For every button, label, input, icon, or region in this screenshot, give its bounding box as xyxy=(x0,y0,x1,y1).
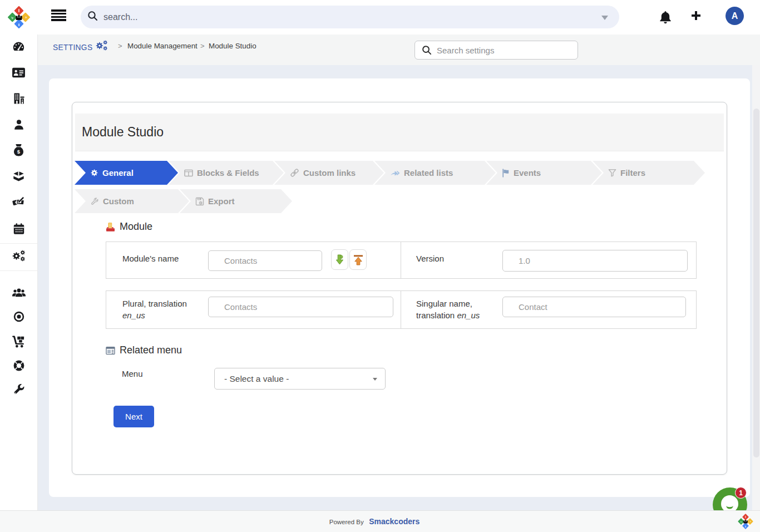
buildings-icon xyxy=(12,92,26,105)
quick-create-plus-icon[interactable] xyxy=(691,11,701,21)
user-avatar[interactable]: A xyxy=(726,7,744,25)
plural-singular-row: Plural, translation en_us Singular name,… xyxy=(106,290,697,329)
user-icon xyxy=(12,118,26,131)
bricks-icon xyxy=(106,222,115,232)
select-caret-icon xyxy=(373,378,377,381)
app-logo[interactable] xyxy=(7,5,31,29)
section-title: Module xyxy=(120,221,152,233)
search-icon xyxy=(422,45,432,55)
card-header: Module Studio xyxy=(75,114,724,151)
tab-custom[interactable]: Custom xyxy=(75,189,189,213)
breadcrumb-separator: > xyxy=(200,42,205,50)
singular-lang: en_us xyxy=(457,311,480,320)
breadcrumb-module-management[interactable]: Module Management xyxy=(127,42,198,50)
search-icon xyxy=(87,11,98,23)
tab-label: Blocks & Fields xyxy=(197,168,259,178)
singular-input[interactable] xyxy=(502,297,686,317)
tab-custom-links[interactable]: Custom links xyxy=(274,161,384,185)
section-title: Related menu xyxy=(120,344,182,356)
tab-label: General xyxy=(102,168,134,178)
import-module-button[interactable] xyxy=(331,249,348,270)
sidebar-item-tools[interactable] xyxy=(0,383,37,396)
settings-gears-icon[interactable] xyxy=(95,40,108,54)
sidebar-item-contacts[interactable] xyxy=(0,66,37,79)
columns-icon xyxy=(184,169,193,177)
singular-label: Singular name, translation en_us xyxy=(416,298,502,321)
open-box-icon xyxy=(12,170,26,183)
tab-related-lists[interactable]: Related lists xyxy=(374,161,496,185)
global-search-input[interactable] xyxy=(103,12,576,22)
powered-by-text: Powered By xyxy=(329,519,364,525)
cell-divider xyxy=(401,242,401,278)
sidebar-item-settings[interactable] xyxy=(0,249,37,263)
link-icon xyxy=(290,168,299,178)
sidebar-item-calendar[interactable] xyxy=(0,222,37,236)
next-button[interactable]: Next xyxy=(113,406,154,427)
tab-general[interactable]: General xyxy=(75,161,178,185)
smackcoders-link[interactable]: Smackcoders xyxy=(369,517,420,526)
module-name-version-row: Module's name Version xyxy=(106,242,697,279)
menu-label: Menu xyxy=(122,369,143,378)
hamburger-menu-icon[interactable] xyxy=(51,9,66,21)
breadcrumb-settings[interactable]: SETTINGS xyxy=(53,42,92,52)
sidebar-item-opportunities[interactable]: $ xyxy=(0,143,37,157)
module-studio-card xyxy=(72,102,727,475)
sidebar-item-inventory[interactable] xyxy=(0,334,37,348)
sidebar-item-dashboard[interactable] xyxy=(0,40,37,54)
address-card-icon xyxy=(12,66,26,79)
sidebar-item-invoices[interactable] xyxy=(0,195,37,209)
svg-text:$: $ xyxy=(17,149,21,155)
sidebar-item-leads[interactable] xyxy=(0,118,37,131)
menu-select-value: - Select a value - xyxy=(224,374,289,384)
sidebar-item-products[interactable] xyxy=(0,170,37,183)
tab-label: Events xyxy=(514,168,541,178)
module-section-header: Module xyxy=(106,221,152,233)
life-ring-icon xyxy=(12,359,26,372)
plural-lang: en_us xyxy=(122,311,145,320)
wrench-icon xyxy=(12,383,26,396)
sidebar-item-targets[interactable] xyxy=(0,310,37,323)
users-group-icon xyxy=(12,286,26,299)
share-arrows-icon xyxy=(390,169,400,177)
module-name-input[interactable] xyxy=(208,250,322,271)
chat-unread-badge: 1 xyxy=(735,487,747,499)
sidebar-item-organizations[interactable] xyxy=(0,92,37,105)
money-bag-icon: $ xyxy=(12,143,25,157)
tab-blocks-fields[interactable]: Blocks & Fields xyxy=(169,161,284,185)
calendar-icon xyxy=(12,222,26,236)
export-module-button[interactable] xyxy=(349,249,367,270)
footer-logo[interactable] xyxy=(737,513,754,530)
settings-search-input[interactable] xyxy=(437,46,565,55)
sidebar-divider xyxy=(0,243,37,244)
global-search-bar[interactable] xyxy=(81,6,619,28)
orange-up-arrow-icon xyxy=(353,254,364,266)
avatar-initial: A xyxy=(732,11,738,21)
plural-input[interactable] xyxy=(208,297,393,317)
version-input[interactable] xyxy=(502,250,688,272)
sidebar-divider xyxy=(0,270,37,271)
breadcrumb-separator: > xyxy=(118,42,122,50)
sidebar-item-users[interactable] xyxy=(0,286,37,299)
settings-search-box[interactable] xyxy=(414,41,578,60)
sidebar-item-support[interactable] xyxy=(0,359,37,372)
left-sidebar xyxy=(0,35,38,510)
menu-select[interactable]: - Select a value - xyxy=(214,368,386,390)
tab-export[interactable]: Export xyxy=(180,189,292,213)
dot-circle-icon xyxy=(12,310,26,323)
search-scope-caret-icon[interactable] xyxy=(601,16,608,20)
tab-filters[interactable]: Filters xyxy=(593,161,705,185)
wizard-tabs-row2: Custom Export xyxy=(75,189,292,213)
tab-label: Filters xyxy=(620,168,645,178)
list-panel-icon xyxy=(106,346,115,355)
wizard-tabs-row1: General Blocks & Fields Custom links xyxy=(75,161,705,185)
cell-divider xyxy=(401,291,401,328)
green-down-arrow-icon xyxy=(334,254,345,266)
page-title: Module Studio xyxy=(82,125,164,140)
flag-icon xyxy=(502,169,510,178)
notifications-bell-icon[interactable] xyxy=(659,10,672,24)
scrollbar-thumb[interactable] xyxy=(753,109,759,457)
dolly-icon xyxy=(12,334,26,348)
module-name-label: Module's name xyxy=(122,253,179,264)
tab-events[interactable]: Events xyxy=(486,161,602,185)
tab-label: Related lists xyxy=(404,168,453,178)
